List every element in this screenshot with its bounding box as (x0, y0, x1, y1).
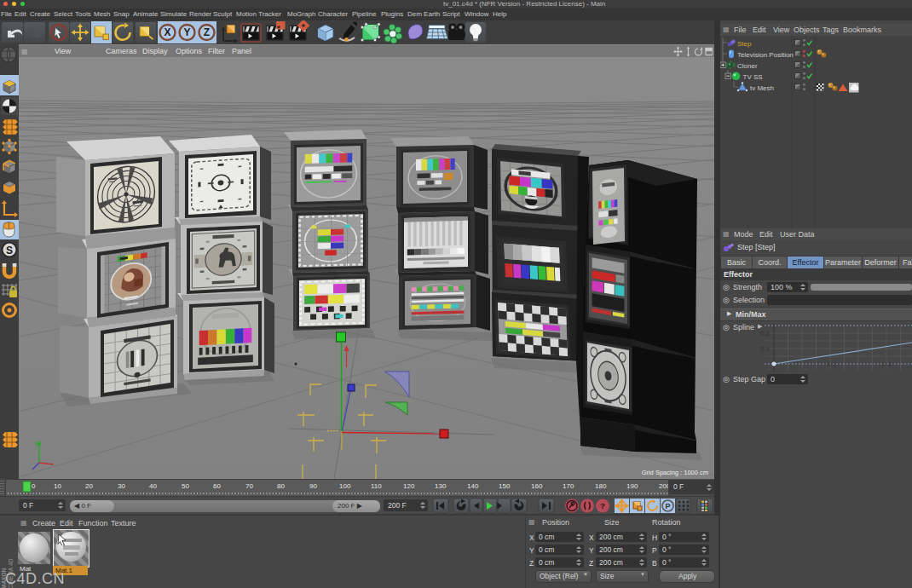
svg-text:0.2: 0.2 (827, 360, 837, 368)
svg-text:Step: Step (737, 40, 752, 48)
svg-text:90: 90 (309, 482, 317, 490)
svg-text:Cloner: Cloner (737, 62, 758, 70)
svg-text:160: 160 (531, 482, 543, 490)
svg-text:0.4: 0.4 (882, 360, 892, 368)
svg-text:40: 40 (149, 482, 157, 490)
svg-text:100: 100 (339, 482, 351, 490)
svg-text:Z: Z (204, 26, 210, 38)
svg-text:TV SS: TV SS (743, 73, 763, 81)
svg-text:70: 70 (245, 482, 253, 490)
svg-text:Television Position: Television Position (737, 51, 794, 59)
svg-text:S: S (6, 245, 13, 257)
svg-text:P: P (665, 502, 670, 510)
svg-text:130: 130 (435, 482, 447, 490)
svg-text:Y: Y (34, 441, 38, 447)
svg-text:?: ? (600, 501, 605, 510)
svg-text:30: 30 (118, 482, 125, 490)
svg-text:150: 150 (499, 482, 511, 490)
svg-text:110: 110 (371, 482, 382, 490)
svg-text:120: 120 (403, 482, 415, 490)
svg-text:180: 180 (595, 482, 607, 490)
svg-text:190: 190 (626, 482, 638, 490)
svg-text:X: X (164, 26, 170, 38)
svg-text:0.4: 0.4 (760, 345, 771, 353)
svg-text:tv Mesh: tv Mesh (750, 84, 774, 92)
svg-text:200: 200 (659, 482, 668, 490)
svg-text:140: 140 (467, 482, 479, 490)
svg-text:0.8: 0.8 (760, 330, 771, 337)
svg-text:10: 10 (54, 482, 61, 490)
svg-text:80: 80 (277, 482, 285, 490)
svg-text:50: 50 (182, 482, 189, 490)
svg-text:170: 170 (563, 482, 574, 490)
svg-text:0: 0 (32, 482, 36, 490)
svg-text:20: 20 (85, 482, 93, 490)
svg-text:60: 60 (213, 482, 221, 490)
svg-text:Grid Spacing : 1000 cm: Grid Spacing : 1000 cm (642, 469, 708, 476)
svg-text:Y: Y (183, 26, 190, 38)
